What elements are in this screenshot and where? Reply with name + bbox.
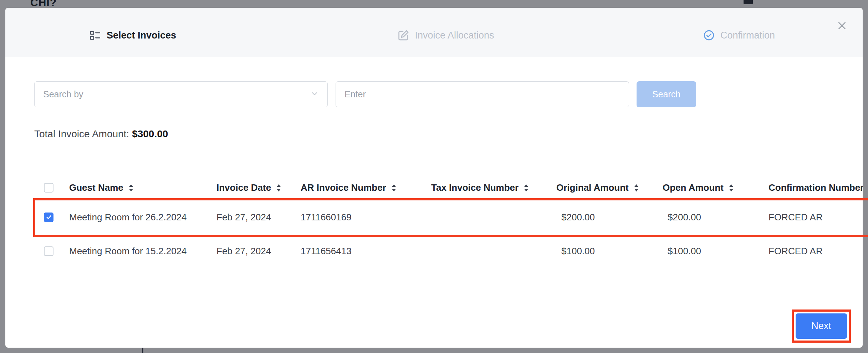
- cell-invoice-date: Feb 27, 2024: [216, 246, 301, 257]
- table-row[interactable]: Meeting Room for 26.2.2024 Feb 27, 2024 …: [34, 200, 863, 234]
- cell-confirmation-number: FORCED AR: [769, 246, 863, 257]
- select-invoices-icon: [89, 29, 101, 41]
- total-label: Total Invoice Amount:: [34, 128, 129, 139]
- row-checkbox[interactable]: [44, 246, 53, 256]
- column-header-open-amount[interactable]: Open Amount: [663, 182, 769, 193]
- cell-guest-name: Meeting Room for 15.2.2024: [69, 246, 216, 257]
- column-header-original-amount[interactable]: Original Amount: [556, 182, 663, 193]
- table-row[interactable]: Meeting Room for 15.2.2024 Feb 27, 2024 …: [34, 234, 863, 268]
- cell-invoice-date: Feb 27, 2024: [216, 212, 301, 223]
- edit-square-icon: [397, 29, 409, 41]
- sort-icon[interactable]: [128, 184, 134, 192]
- table-header-row: Guest Name Invoice Date AR Invoice Numbe…: [34, 175, 863, 200]
- column-header-guest-name[interactable]: Guest Name: [69, 182, 216, 193]
- invoices-table: Guest Name Invoice Date AR Invoice Numbe…: [34, 175, 863, 268]
- column-header-ar-invoice-number[interactable]: AR Invoice Number: [301, 182, 431, 193]
- step-label: Invoice Allocations: [415, 30, 494, 41]
- cell-original-amount: $100.00: [556, 246, 663, 257]
- close-icon[interactable]: [836, 19, 848, 32]
- step-confirmation[interactable]: Confirmation: [703, 29, 775, 41]
- search-button[interactable]: Search: [637, 81, 696, 107]
- sort-icon[interactable]: [276, 184, 281, 192]
- cell-ar-invoice-number: 1711656413: [301, 246, 431, 257]
- search-by-placeholder: Search by: [43, 89, 83, 99]
- chevron-down-icon: [310, 89, 319, 99]
- step-label: Confirmation: [720, 30, 775, 41]
- total-invoice-amount: Total Invoice Amount:$300.00: [34, 128, 168, 140]
- step-invoice-allocations[interactable]: Invoice Allocations: [397, 29, 494, 41]
- wizard-steps-header: Select Invoices Invoice Allocations: [5, 8, 863, 57]
- check-circle-icon: [703, 29, 715, 41]
- sort-icon[interactable]: [729, 184, 734, 192]
- select-all-checkbox[interactable]: [44, 183, 53, 193]
- step-label: Select Invoices: [107, 30, 176, 41]
- cell-original-amount: $200.00: [556, 212, 663, 223]
- sort-icon[interactable]: [524, 184, 529, 192]
- screen: CHI? Select Invoices: [0, 0, 868, 353]
- invoice-payment-modal: Select Invoices Invoice Allocations: [5, 8, 863, 348]
- next-button[interactable]: Next: [796, 313, 847, 339]
- cell-open-amount: $200.00: [663, 212, 769, 223]
- cell-open-amount: $100.00: [663, 246, 769, 257]
- cell-confirmation-number: FORCED AR: [769, 212, 863, 223]
- search-by-select[interactable]: Search by: [34, 81, 328, 107]
- cell-ar-invoice-number: 1711660169: [301, 212, 431, 223]
- column-header-tax-invoice-number[interactable]: Tax Invoice Number: [431, 182, 556, 193]
- total-value: $300.00: [132, 128, 168, 139]
- column-header-confirmation-number[interactable]: Confirmation Number: [769, 182, 863, 193]
- sort-icon[interactable]: [391, 184, 397, 192]
- search-value-input[interactable]: [336, 81, 629, 107]
- row-checkbox[interactable]: [44, 213, 53, 222]
- cell-guest-name: Meeting Room for 26.2.2024: [69, 212, 216, 223]
- step-select-invoices[interactable]: Select Invoices: [89, 29, 176, 41]
- sort-icon[interactable]: [634, 184, 639, 192]
- column-header-invoice-date[interactable]: Invoice Date: [216, 182, 301, 193]
